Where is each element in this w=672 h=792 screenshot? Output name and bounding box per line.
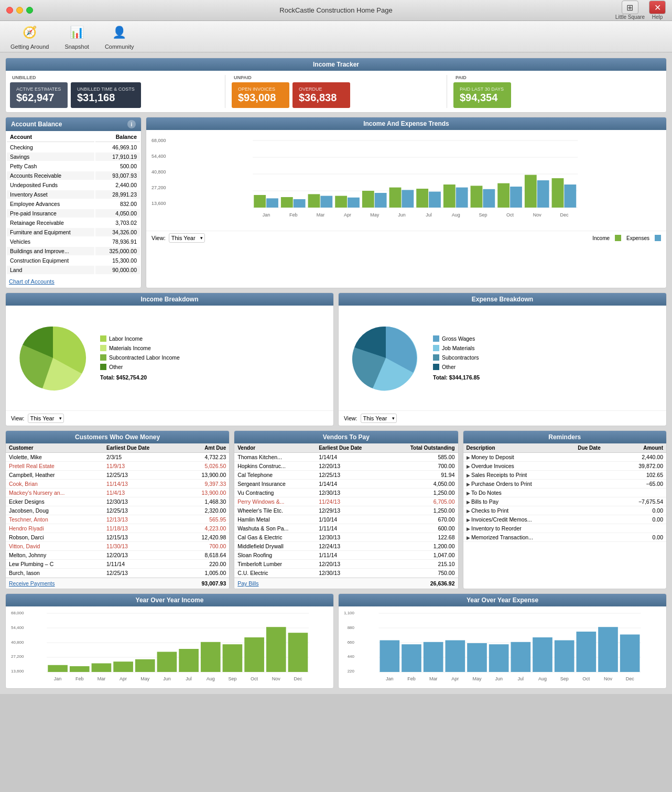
little-square-button[interactable]: ⊞ Little Square [615, 1, 645, 20]
paid-last-30-card[interactable]: PAID LAST 30 DAYS $94,354 [453, 82, 511, 108]
vend-row-3[interactable]: Sergeant Insurance1/14/144,050.00 [234, 480, 458, 489]
cust-row-0[interactable]: Violette, Mike2/3/154,732.23 [6, 453, 229, 462]
svg-text:Jun: Jun [495, 676, 503, 681]
vend-row-5[interactable]: Perry Windows &...11/24/136,705.00 [234, 497, 458, 506]
ab-row-6[interactable]: Employee Advances832.00 [7, 200, 140, 208]
active-estimates-card[interactable]: ACTIVE ESTIMATES $62,947 [10, 82, 68, 108]
rem-row-9[interactable]: ▶ Memorized Transaction...0.00 [463, 533, 667, 542]
vend-row-1[interactable]: Hopkins Construc...12/20/13700.00 [234, 462, 458, 471]
cust-row-8[interactable]: Hendro Riyadi11/18/134,223.00 [6, 524, 229, 533]
rem-row-1[interactable]: ▶ Overdue Invoices39,872.00 [463, 462, 667, 471]
svg-rect-49 [70, 666, 90, 672]
income-legend-label-3: Other [109, 364, 123, 370]
cust-row-9[interactable]: Robson, Darci12/15/1312,420.98 [6, 533, 229, 542]
overdue-card[interactable]: OVERDUE $36,838 [292, 82, 350, 108]
help-button[interactable]: ✕ Help [649, 1, 666, 20]
account-balance-info[interactable]: i [127, 120, 136, 128]
vend-row-10[interactable]: Middlefield Drywall12/24/131,200.00 [234, 542, 458, 551]
svg-text:Aug: Aug [207, 676, 215, 681]
cust-row-10[interactable]: Vitton, David11/30/13700.00 [6, 542, 229, 551]
vend-row-9[interactable]: Cal Gas & Electric12/30/13122.68 [234, 533, 458, 542]
cust-row-2[interactable]: Campbell, Heather12/25/1313,900.00 [6, 471, 229, 480]
vend-row-11[interactable]: Sloan Roofing1/11/141,047.00 [234, 551, 458, 560]
rem-row-5[interactable]: ▶ Bills to Pay−7,675.54 [463, 497, 667, 506]
ab-row-2[interactable]: Petty Cash500.00 [7, 162, 140, 170]
ab-row-4[interactable]: Undeposited Funds2,440.00 [7, 181, 140, 189]
svg-text:Feb: Feb [407, 676, 416, 681]
unbilled-time-card[interactable]: UNBILLED TIME & COSTS $31,168 [71, 82, 141, 108]
ie-view-select[interactable]: This Year Last Year [169, 233, 205, 243]
vendors-header: Vendors To Pay [234, 431, 458, 443]
receive-payments-link[interactable]: Receive Payments [9, 580, 55, 587]
ab-row-3[interactable]: Accounts Receivable93,007.93 [7, 171, 140, 180]
toolbar-item-community[interactable]: 👤 Community [105, 23, 134, 50]
vend-row-7[interactable]: Hamlin Metal1/10/14670.00 [234, 515, 458, 524]
vend-row-6[interactable]: Wheeler's Tile Etc.12/29/131,250.00 [234, 506, 458, 515]
expense-legend-entry-3: Other [433, 364, 661, 370]
ab-row-13[interactable]: Land90,000.00 [7, 266, 140, 274]
cust-row-6[interactable]: Jacobsen, Doug12/25/132,320.00 [6, 506, 229, 515]
vend-row-2[interactable]: Cal Telephone12/25/1391.94 [234, 471, 458, 480]
rem-row-6[interactable]: ▶ Checks to Print0.00 [463, 506, 667, 515]
vend-row-4[interactable]: Vu Contracting12/30/131,250.00 [234, 489, 458, 497]
rem-desc-2: ▶ Sales Receipts to Print [463, 471, 575, 480]
cust-amt-1: 5,026.50 [181, 462, 229, 471]
rem-row-4[interactable]: ▶ To Do Notes [463, 489, 667, 497]
ab-row-8[interactable]: Retainage Receivable3,703.02 [7, 219, 140, 227]
ab-row-12[interactable]: Construction Equipment15,300.00 [7, 256, 140, 265]
cust-row-12[interactable]: Lew Plumbing – C1/11/14220.00 [6, 560, 229, 569]
pay-bills-link[interactable]: Pay Bills [237, 580, 258, 587]
cust-amt-7: 565.95 [181, 515, 229, 524]
ab-row-5[interactable]: Inventory Asset28,991.23 [7, 190, 140, 199]
vend-row-8[interactable]: Washuta & Son Pa...1/11/14600.00 [234, 524, 458, 533]
rem-row-3[interactable]: ▶ Purchase Orders to Print−65.00 [463, 480, 667, 489]
maximize-button[interactable] [26, 7, 33, 14]
rem-row-7[interactable]: ▶ Invoices/Credit Memos...0.00 [463, 515, 667, 524]
cust-row-11[interactable]: Melton, Johnny12/20/138,618.64 [6, 551, 229, 560]
rem-row-0[interactable]: ▶ Money to Deposit2,440.00 [463, 453, 667, 462]
ab-row-1[interactable]: Savings17,910.19 [7, 153, 140, 161]
ab-row-9[interactable]: Furniture and Equipment34,326.00 [7, 228, 140, 236]
expense-view-select[interactable]: This Year Last Year [361, 414, 397, 423]
svg-rect-56 [223, 644, 243, 672]
svg-rect-13 [470, 186, 482, 208]
cust-row-5[interactable]: Ecker Designs12/30/131,468.30 [6, 497, 229, 506]
income-view-select[interactable]: This Year Last Year [28, 414, 64, 423]
ab-row-0[interactable]: Checking46,969.10 [7, 143, 140, 151]
little-square-icon: ⊞ [622, 1, 638, 14]
yoy-expense-card: Year Over Year Expense 1,100 880 660 440… [338, 593, 667, 689]
rem-arrow-8: ▶ [467, 526, 472, 531]
toolbar-item-getting-around[interactable]: 🧭 Getting Around [10, 23, 49, 50]
ab-row-10[interactable]: Vehicles78,936.91 [7, 237, 140, 246]
open-invoices-card[interactable]: OPEN INVOICES $93,008 [232, 82, 289, 108]
vend-row-13[interactable]: C.U. Electric12/30/13750.00 [234, 569, 458, 578]
vend-due-9: 12/30/13 [316, 533, 386, 542]
svg-text:Apr: Apr [451, 676, 459, 681]
vend-row-12[interactable]: Timberloft Lumber12/20/13215.10 [234, 560, 458, 569]
ie-view-select-wrap: This Year Last Year [169, 233, 205, 243]
cust-row-4[interactable]: Mackey's Nursery an...11/4/1313,900.00 [6, 489, 229, 497]
ab-account-7: Pre-paid Insurance [7, 209, 94, 218]
close-button[interactable] [6, 7, 13, 14]
vend-row-0[interactable]: Thomas Kitchen...1/14/14585.00 [234, 453, 458, 462]
chart-of-accounts-link[interactable]: Chart of Accounts [6, 275, 141, 288]
svg-rect-88 [620, 635, 640, 672]
rem-arrow-2: ▶ [467, 473, 472, 478]
vend-name-0: Thomas Kitchen... [234, 453, 316, 462]
cust-row-7[interactable]: Teschner, Anton12/13/13565.95 [6, 515, 229, 524]
income-view-select-wrap: This Year Last Year [28, 414, 64, 423]
snapshot-label: Snapshot [64, 44, 89, 50]
unpaid-label: UNPAID [232, 75, 440, 80]
ab-row-11[interactable]: Buildings and Improve...325,000.00 [7, 247, 140, 255]
rem-row-2[interactable]: ▶ Sales Receipts to Print102.65 [463, 471, 667, 480]
yoy-expense-y1: 220 [344, 669, 354, 674]
top-right-buttons: ⊞ Little Square ✕ Help [615, 1, 666, 20]
rem-row-8[interactable]: ▶ Inventory to Reorder [463, 524, 667, 533]
ab-row-7[interactable]: Pre-paid Insurance4,050.00 [7, 209, 140, 218]
toolbar-item-snapshot[interactable]: 📊 Snapshot [64, 23, 89, 50]
minimize-button[interactable] [16, 7, 23, 14]
cust-row-1[interactable]: Pretell Real Estate11/9/135,026.50 [6, 462, 229, 471]
cust-row-13[interactable]: Burch, Iason12/25/131,005.00 [6, 569, 229, 578]
cust-row-3[interactable]: Cook, Brian11/14/139,397.33 [6, 480, 229, 489]
unbilled-label: UNBILLED [10, 75, 219, 80]
